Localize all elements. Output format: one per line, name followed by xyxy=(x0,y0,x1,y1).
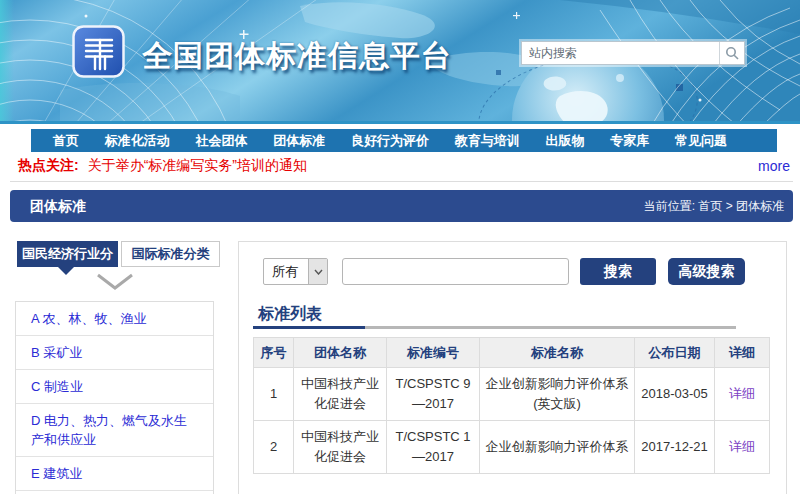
cell-no: 2 xyxy=(254,421,294,474)
category-item-e[interactable]: E 建筑业 xyxy=(16,457,213,491)
col-header-code: 标准编号 xyxy=(387,338,480,368)
detail-link[interactable]: 详细 xyxy=(729,386,755,401)
nav-item-home[interactable]: 首页 xyxy=(53,129,79,152)
site-search-box xyxy=(521,41,745,65)
advanced-search-button[interactable]: 高级搜索 xyxy=(668,258,745,285)
hot-topic-notice-link[interactable]: 关于举办“标准编写实务”培训的通知 xyxy=(88,157,307,175)
keyword-input[interactable] xyxy=(342,258,569,285)
cell-code: T/CSPSTC 1—2017 xyxy=(387,421,480,474)
table-header-row: 序号 团体名称 标准编号 标准名称 公布日期 详细 xyxy=(254,338,770,368)
site-search-input[interactable] xyxy=(522,42,719,64)
active-tab-pointer xyxy=(58,267,74,275)
site-banner: 全国团体标准信息平台 xyxy=(0,0,800,124)
col-header-date: 公布日期 xyxy=(635,338,715,368)
search-button[interactable]: 搜索 xyxy=(580,258,656,285)
hot-topics-bar: 热点关注: 关于举办“标准编写实务”培训的通知 more xyxy=(18,152,790,179)
category-item-b[interactable]: B 采矿业 xyxy=(16,336,213,370)
cell-no: 1 xyxy=(254,368,294,421)
category-select[interactable]: 所有 xyxy=(263,258,328,285)
col-header-detail: 详细 xyxy=(715,338,770,368)
standards-list-title: 标准列表 xyxy=(258,304,322,325)
col-header-org: 团体名称 xyxy=(294,338,387,368)
tab-national-economy-classification[interactable]: 国民经济行业分类 xyxy=(17,241,118,267)
industry-category-list: A 农、林、牧、渔业 B 采矿业 C 制造业 D 电力、热力、燃气及水生产和供应… xyxy=(15,301,214,494)
nav-item-education[interactable]: 教育与培训 xyxy=(455,129,520,152)
category-item-d[interactable]: D 电力、热力、燃气及水生产和供应业 xyxy=(16,404,213,457)
cell-date: 2018-03-05 xyxy=(635,368,715,421)
classification-tabs: 国民经济行业分类 国际标准分类 xyxy=(17,241,220,267)
nav-item-conduct-evaluation[interactable]: 良好行为评价 xyxy=(351,129,429,152)
nav-item-organizations[interactable]: 社会团体 xyxy=(196,129,248,152)
page-header-bar: 团体标准 当前位置: 首页 > 团体标准 xyxy=(10,190,793,222)
nav-item-publications[interactable]: 出版物 xyxy=(546,129,585,152)
chevron-down-icon xyxy=(96,272,134,291)
cell-name: 企业创新影响力评价体系 (英文版) xyxy=(480,368,635,421)
cell-org: 中国科技产业化促进会 xyxy=(294,368,387,421)
search-icon xyxy=(725,46,739,60)
col-header-no: 序号 xyxy=(254,338,294,368)
detail-link[interactable]: 详细 xyxy=(729,439,755,454)
nav-item-faq[interactable]: 常见问题 xyxy=(675,129,727,152)
hot-topics-label: 热点关注: xyxy=(18,157,79,175)
cell-name: 企业创新影响力评价体系 xyxy=(480,421,635,474)
category-select-value: 所有 xyxy=(264,259,308,284)
cell-org: 中国科技产业化促进会 xyxy=(294,421,387,474)
table-row: 2 中国科技产业化促进会 T/CSPSTC 1—2017 企业创新影响力评价体系… xyxy=(254,421,770,474)
site-title: 全国团体标准信息平台 xyxy=(142,36,452,77)
category-item-c[interactable]: C 制造业 xyxy=(16,370,213,404)
horizontal-divider xyxy=(10,181,793,182)
more-link[interactable]: more xyxy=(758,158,790,174)
standards-panel: 所有 搜索 高级搜索 标准列表 序号 团体名称 标准编号 标准名称 公布日期 详… xyxy=(238,241,787,494)
category-item-a[interactable]: A 农、林、牧、渔业 xyxy=(16,302,213,336)
nav-item-group-standards[interactable]: 团体标准 xyxy=(273,129,325,152)
select-arrow-icon xyxy=(308,259,327,284)
cell-code: T/CSPSTC 9—2017 xyxy=(387,368,480,421)
platform-logo-icon[interactable] xyxy=(72,25,125,78)
cell-date: 2017-12-21 xyxy=(635,421,715,474)
title-underline xyxy=(253,326,736,329)
tab-international-standard-classification[interactable]: 国际标准分类 xyxy=(121,241,220,267)
site-search-button[interactable] xyxy=(719,42,744,64)
col-header-name: 标准名称 xyxy=(480,338,635,368)
nav-item-activities[interactable]: 标准化活动 xyxy=(105,129,170,152)
breadcrumb[interactable]: 当前位置: 首页 > 团体标准 xyxy=(644,190,784,222)
nav-item-experts[interactable]: 专家库 xyxy=(610,129,649,152)
page-title: 团体标准 xyxy=(30,190,86,222)
standards-table: 序号 团体名称 标准编号 标准名称 公布日期 详细 1 中国科技产业化促进会 T… xyxy=(253,337,770,474)
main-nav: 首页 标准化活动 社会团体 团体标准 良好行为评价 教育与培训 出版物 专家库 … xyxy=(31,129,777,152)
table-row: 1 中国科技产业化促进会 T/CSPSTC 9—2017 企业创新影响力评价体系… xyxy=(254,368,770,421)
